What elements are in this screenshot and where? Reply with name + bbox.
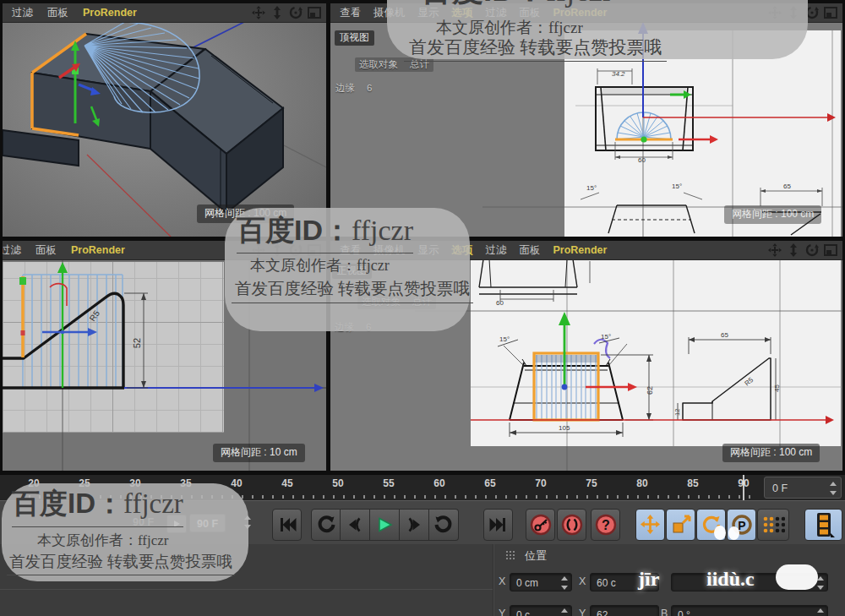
menu-panel[interactable]: 面板	[520, 243, 541, 258]
record-scale-toggle[interactable]	[666, 509, 695, 541]
svg-text:15°: 15°	[601, 333, 611, 341]
svg-text:62: 62	[646, 386, 654, 395]
record-key-icon	[530, 514, 552, 536]
record-position-toggle[interactable]	[635, 509, 665, 541]
watermark-badge: 百度ID：	[12, 488, 123, 519]
question-icon: ?	[595, 514, 617, 536]
watermark-slogan: 首发百度经验 转载要点赞投票哦	[232, 277, 473, 303]
frame-tick: 65	[479, 477, 501, 489]
field-spinner[interactable]	[560, 608, 569, 616]
watermark-author: 本文原创作者：ffjczr	[250, 255, 390, 275]
svg-text:?: ?	[602, 518, 610, 532]
menu-prorender[interactable]: ProRender	[83, 7, 137, 19]
coordinates-header: 位置	[505, 548, 547, 564]
coord-label: Y	[499, 608, 505, 616]
frame-spinner[interactable]	[829, 482, 837, 495]
pla-dots-icon	[761, 515, 785, 535]
previous-key-button[interactable]	[311, 509, 341, 541]
frame-tick: 75	[581, 477, 602, 489]
field-spinner[interactable]	[560, 576, 569, 590]
viewport-name-badge: 顶视图	[335, 30, 374, 46]
size-y-field[interactable]: 62	[590, 605, 659, 616]
toggle-viewport-icon[interactable]	[823, 5, 838, 20]
svg-text:65: 65	[783, 183, 791, 190]
coord-label: X	[499, 575, 505, 587]
menu-filter[interactable]: 过滤	[3, 243, 21, 258]
pan-view-icon[interactable]	[767, 243, 782, 258]
coordinates-row-y: Y 0 c Y 62 B 0 °	[0, 605, 845, 616]
svg-text:12: 12	[673, 409, 681, 416]
go-to-end-button[interactable]	[483, 509, 513, 541]
white-watermark-blob	[728, 526, 739, 540]
position-x-field[interactable]: 0 cm	[510, 573, 572, 591]
watermark-user: ffjczr	[123, 488, 183, 519]
frame-tick: 70	[530, 477, 552, 489]
range-end-marker[interactable]	[743, 475, 744, 502]
menu-panel[interactable]: 面板	[47, 6, 68, 20]
svg-text:R5: R5	[744, 376, 755, 388]
svg-text:60: 60	[638, 156, 646, 164]
frame-tick: 85	[682, 477, 704, 489]
grid-spacing-label: 网格间距 : 100 cm	[722, 444, 820, 462]
menu-prorender[interactable]: ProRender	[553, 244, 608, 256]
pan-view-icon[interactable]	[251, 5, 266, 20]
svg-text:15°: 15°	[499, 335, 510, 343]
white-watermark-text: iidù.c	[706, 568, 755, 591]
svg-text:15°: 15°	[586, 184, 597, 192]
autokey-button[interactable]	[557, 509, 586, 541]
menu-panel[interactable]: 面板	[35, 243, 57, 258]
perspective-view-canvas[interactable]: 网格间距 : 100 cm	[3, 22, 326, 237]
render-film-button[interactable]	[804, 509, 842, 541]
c4d-application-window: 过滤 面板 ProRender	[0, 0, 845, 616]
white-watermark-text: jīr	[638, 568, 659, 591]
filmstrip-icon	[813, 512, 835, 537]
toggle-viewport-icon[interactable]	[307, 5, 322, 20]
toggle-viewport-icon[interactable]	[823, 243, 838, 258]
watermark-user: ffjczr	[546, 0, 613, 8]
dolly-view-icon[interactable]	[270, 5, 285, 20]
svg-text:60: 60	[496, 299, 504, 307]
rotate-view-icon[interactable]	[804, 243, 820, 258]
go-to-start-button[interactable]	[272, 509, 302, 541]
play-icon	[374, 515, 395, 535]
menu-prorender[interactable]: ProRender	[71, 244, 125, 256]
menu-view[interactable]: 查看	[340, 6, 361, 20]
next-frame-icon	[404, 515, 424, 535]
watermark-bubble-top: 百度ID：ffjczr 本文原创作者：ffjczr 首发百度经验 转载要点赞投票…	[387, 0, 808, 59]
coord-label: X	[579, 575, 586, 587]
rotate-view-icon[interactable]	[288, 5, 303, 20]
go-to-end-icon	[488, 515, 509, 535]
watermark-slogan: 首发百度经验 转载要点赞投票哦	[404, 35, 667, 62]
grid-handle-icon	[505, 550, 517, 562]
watermark-author: 本文原创作者：ffjczr	[37, 531, 169, 550]
play-forward-button[interactable]	[370, 509, 400, 541]
field-spinner[interactable]	[816, 608, 825, 616]
viewport-perspective[interactable]: 过滤 面板 ProRender	[3, 3, 326, 237]
previous-frame-button[interactable]	[341, 509, 370, 541]
rotation-b-field[interactable]: 0 °	[671, 605, 828, 616]
frame-tick: 45	[276, 477, 298, 489]
scale-icon	[670, 514, 692, 536]
menu-filter[interactable]: 过滤	[12, 6, 33, 20]
current-frame-field[interactable]: 0 F	[764, 477, 842, 499]
svg-text:52: 52	[132, 338, 142, 348]
grid-spacing-label: 网格间距 : 10 cm	[213, 444, 305, 462]
menu-filter[interactable]: 过滤	[486, 243, 507, 258]
watermark-bubble-bottom: 百度ID：ffjczr 本文原创作者：ffjczr 首发百度经验 转载要点赞投票…	[2, 483, 248, 581]
position-y-field[interactable]: 0 c	[510, 605, 572, 616]
next-key-icon	[433, 515, 454, 535]
frame-tick: 80	[631, 477, 653, 489]
coordinates-title: 位置	[525, 548, 547, 564]
svg-text:105: 105	[559, 424, 570, 432]
next-frame-button[interactable]	[400, 509, 429, 541]
svg-text:65: 65	[721, 331, 728, 339]
watermark-badge: 百度ID：	[237, 214, 352, 246]
keyframe-selection-button[interactable]: ?	[591, 509, 620, 541]
next-key-button[interactable]	[429, 509, 459, 541]
svg-text:34.2: 34.2	[612, 70, 625, 78]
coord-label: Y	[579, 608, 586, 616]
frame-tick: 50	[327, 477, 349, 489]
point-level-animation-toggle[interactable]	[757, 509, 789, 541]
dolly-view-icon[interactable]	[786, 243, 801, 258]
record-keyframe-button[interactable]	[526, 509, 555, 541]
